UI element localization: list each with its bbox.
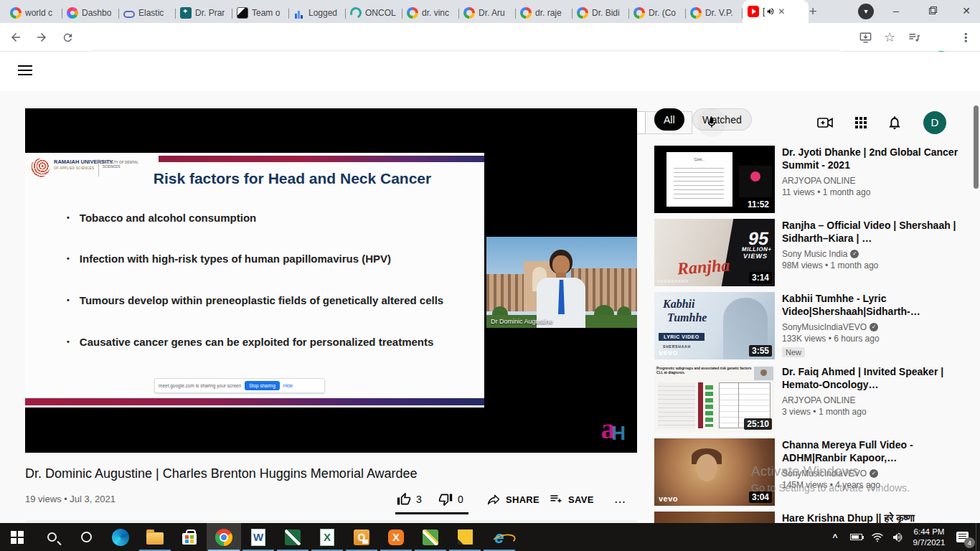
video-thumbnail[interactable]: 95MILLION+VIEWS Ranjha SHERSHAAH 3:14	[654, 219, 775, 286]
tab-close-icon[interactable]: ✕	[778, 6, 785, 17]
reload-button[interactable]	[59, 29, 76, 46]
new-tab-button[interactable]: +	[804, 2, 822, 21]
video-thumbnail[interactable]: Cont... 11:52	[654, 146, 775, 213]
channel-name[interactable]: Sony Music India	[782, 248, 847, 260]
tab[interactable]: world c	[6, 3, 62, 23]
duration-badge: 25:10	[744, 418, 772, 430]
filter-chip-all[interactable]: All	[654, 108, 684, 131]
rating-bar	[395, 512, 468, 514]
window-minimize-button[interactable]: –	[884, 0, 908, 23]
internet-explorer-button[interactable]: e	[482, 523, 517, 551]
save-button[interactable]: SAVE	[549, 492, 594, 507]
tab[interactable]: Dr. (Co	[629, 3, 686, 23]
channel-name[interactable]: ARJYOPA ONLINE	[782, 175, 855, 187]
wifi-icon[interactable]	[868, 523, 887, 551]
tab-search-button[interactable]: ▾	[858, 4, 874, 19]
verified-badge-icon: ✓	[850, 250, 859, 258]
microsoft-store-button[interactable]	[172, 523, 207, 551]
word-button[interactable]: W	[241, 523, 275, 551]
duration-badge: 11:52	[745, 199, 772, 210]
speaker-webcam: Dr Dominic Augustine	[486, 237, 637, 328]
internet-explorer-icon: e	[494, 529, 504, 545]
back-button[interactable]	[7, 29, 24, 46]
excel-icon: X	[320, 529, 334, 546]
more-actions-icon[interactable]: ⋯	[614, 495, 626, 509]
active-tab-youtube[interactable]: [ ✕	[743, 0, 809, 23]
media-controls-icon[interactable]	[905, 29, 923, 46]
google-favicon-icon	[633, 7, 645, 19]
page-scrollbar-thumb[interactable]	[974, 105, 979, 189]
word-icon: W	[251, 529, 265, 546]
sticky-notes-button[interactable]	[448, 523, 482, 551]
sticky-notes-icon	[458, 529, 473, 545]
tab[interactable]: Dr. Prar	[176, 3, 232, 23]
youtube-account-avatar[interactable]: D	[923, 111, 946, 134]
vevo-logo: vevo	[659, 348, 678, 357]
chrome-button[interactable]	[207, 523, 241, 551]
like-button[interactable]: 3	[397, 492, 422, 507]
related-video[interactable]: 95MILLION+VIEWS Ranjha SHERSHAAH 3:14 Ra…	[654, 219, 973, 286]
taskbar-clock[interactable]: 6:44 PM 9/7/2021	[907, 523, 951, 551]
related-video[interactable]: Prognostic subgroups and associated risk…	[654, 365, 973, 433]
related-title[interactable]: Dr. Faiq Ahmed | Invited Speaker | Hemat…	[782, 365, 973, 391]
related-title[interactable]: Ranjha – Official Video | Shershaah | Si…	[782, 219, 973, 245]
windows-taskbar: W X O X e ^ 6:44 PM 9/7/2021 4	[0, 523, 980, 551]
tab[interactable]: Dr. V.P.	[686, 3, 743, 23]
tab[interactable]: Logged	[289, 3, 346, 23]
install-app-icon[interactable]	[857, 29, 874, 46]
notification-count-badge: 4	[964, 537, 975, 548]
hamburger-menu-icon[interactable]	[18, 65, 32, 75]
window-restore-button[interactable]	[920, 0, 945, 23]
chart-favicon-icon	[293, 7, 305, 19]
activate-windows-watermark-sub: Go to Settings to activate Windows.	[751, 482, 910, 494]
taskbar-search-button[interactable]	[34, 523, 69, 551]
battery-icon[interactable]	[847, 523, 865, 551]
excel-button[interactable]: X	[310, 523, 344, 551]
bookmark-star-icon[interactable]: ☆	[881, 29, 898, 46]
related-meta: 98M views • 1 month ago	[782, 260, 973, 271]
window-close-button[interactable]: ✕	[954, 0, 979, 23]
tab[interactable]: Dr. Bidi	[573, 3, 629, 23]
tray-expand-chevron[interactable]: ^	[826, 523, 844, 551]
tab[interactable]: ONCOL	[346, 3, 402, 23]
video-thumbnail[interactable]: Kabhii Tumhhe LYRIC VIDEO SHERSHAAH vevo…	[654, 292, 775, 359]
create-video-icon[interactable]	[816, 114, 834, 131]
video-player[interactable]: RAMAIAH UNIVERSITYOF APPLIED SCIENCES FA…	[25, 108, 637, 453]
related-title[interactable]: Dr. Jyoti Dhanke | 2nd Global Cancer Sum…	[782, 146, 973, 171]
tab[interactable]: Elastic	[119, 3, 176, 23]
tab[interactable]: dr. vinc	[402, 3, 459, 23]
video-thumbnail[interactable]: Prognostic subgroups and associated risk…	[654, 365, 775, 433]
related-title[interactable]: Channa Mereya Full Video - ADHM|Ranbir K…	[782, 438, 973, 464]
edge-button[interactable]	[103, 523, 138, 551]
cortana-button[interactable]	[69, 523, 103, 551]
youtube-apps-icon[interactable]	[852, 114, 870, 131]
volume-icon[interactable]	[888, 523, 907, 551]
related-video[interactable]: Cont... 11:52 Dr. Jyoti Dhanke | 2nd Glo…	[654, 146, 973, 213]
show-desktop-button[interactable]	[976, 523, 976, 551]
share-button[interactable]: SHARE	[486, 492, 540, 507]
filter-chip-watched[interactable]: Watched	[692, 108, 752, 131]
channel-name[interactable]: SonyMusicIndiaVEVO	[782, 321, 867, 333]
outlook-button[interactable]: O	[344, 523, 379, 551]
tab-audio-playing-icon[interactable]	[766, 7, 775, 16]
editor-app-button[interactable]	[413, 523, 448, 551]
vevo-logo: vevo	[659, 494, 678, 503]
tab[interactable]: Dashbo	[62, 3, 119, 23]
tab[interactable]: Team o	[232, 3, 289, 23]
tab[interactable]: dr. raje	[516, 3, 573, 23]
forward-button[interactable]	[33, 29, 50, 46]
dislike-button[interactable]: 0	[438, 492, 463, 507]
start-button[interactable]	[0, 523, 34, 551]
cortana-icon	[81, 532, 92, 542]
file-explorer-button[interactable]	[138, 523, 172, 551]
related-title[interactable]: Kabhii Tumhhe - Lyric Video|Shershaah|Si…	[782, 292, 973, 318]
video-title: Dr. Dominic Augustine | Charles Brenton …	[25, 466, 635, 481]
elastic-favicon-icon	[123, 11, 135, 18]
green-notes-app-button[interactable]	[275, 523, 310, 551]
browser-menu-icon[interactable]: ⋮	[957, 29, 974, 46]
xampp-button[interactable]: X	[379, 523, 413, 551]
tab[interactable]: Dr. Aru	[459, 3, 516, 23]
channel-name[interactable]: ARJYOPA ONLINE	[782, 395, 855, 406]
related-video[interactable]: Kabhii Tumhhe LYRIC VIDEO SHERSHAAH vevo…	[654, 292, 973, 359]
notifications-bell-icon[interactable]	[886, 114, 903, 131]
